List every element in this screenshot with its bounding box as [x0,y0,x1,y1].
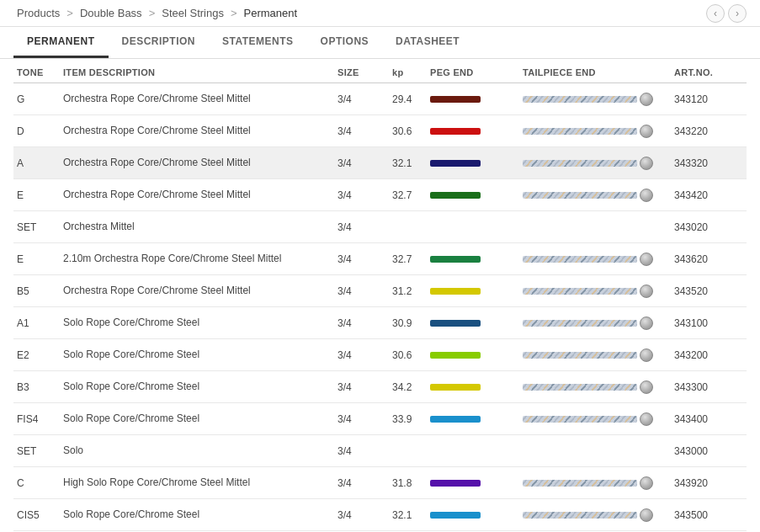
cell-tailpiece-end [519,153,671,173]
cell-size: 3/4 [334,90,389,109]
table-row[interactable]: A1Solo Rope Core/Chrome Steel3/430.9 343… [13,307,747,339]
table-row[interactable]: SETSolo3/4343000 [13,435,747,467]
cell-peg-end [427,476,519,490]
cell-kp: 32.1 [389,154,427,173]
cell-tailpiece-end [519,448,671,455]
table-row[interactable]: EOrchestra Rope Core/Chrome Steel Mittel… [13,179,747,211]
cell-desc: Orchestra Rope Core/Chrome Steel Mittel [60,88,334,109]
tab-description[interactable]: DESCRIPTION [109,27,210,58]
cell-size: 3/4 [334,122,389,141]
peg-color-bar [430,384,481,391]
cell-art-no: 343620 [671,250,747,269]
products-table: TONE ITEM DESCRIPTION SIZE kp PEG END TA… [0,59,760,531]
table-row[interactable]: CHigh Solo Rope Core/Chrome Steel Mittel… [13,467,747,499]
breadcrumb-steel-strings[interactable]: Steel Strings [162,7,224,19]
breadcrumb-sep-3: > [231,7,237,19]
cell-desc: Solo Rope Core/Chrome Steel [60,504,334,525]
next-button[interactable]: › [728,4,747,23]
cell-peg-end [427,285,519,298]
cell-art-no: 343520 [671,282,747,301]
nav-arrows: ‹ › [706,4,747,23]
tab-statements[interactable]: STATEMENTS [209,27,307,58]
cell-size: 3/4 [334,154,389,173]
cell-tone: SET [13,218,60,237]
cell-kp: 32.7 [389,186,427,205]
cell-desc: Orchestra Rope Core/Chrome Steel Mittel [60,152,334,173]
cell-tone: CIS5 [13,506,60,524]
cell-tailpiece-end [519,281,671,301]
cell-desc: Solo Rope Core/Chrome Steel [60,408,334,429]
breadcrumb: Products > Double Bass > Steel Strings >… [0,0,760,27]
header-peg: PEG END [427,66,519,79]
table-row[interactable]: E2Solo Rope Core/Chrome Steel3/430.6 343… [13,339,747,371]
prev-button[interactable]: ‹ [706,4,725,23]
cell-desc: Orchestra Rope Core/Chrome Steel Mittel [60,280,334,301]
cell-tailpiece-end [519,409,671,429]
breadcrumb-double-bass[interactable]: Double Bass [80,7,142,19]
table-row[interactable]: CIS5Solo Rope Core/Chrome Steel3/432.1 3… [13,499,747,531]
cell-desc: 2.10m Orchestra Rope Core/Chrome Steel M… [60,248,334,269]
cell-tone: E2 [13,346,60,364]
cell-kp: 30.6 [389,122,427,141]
cell-tone: E [13,186,60,205]
cell-kp: 29.4 [389,90,427,109]
table-row[interactable]: SETOrchestra Mittel3/4343020 [13,211,747,243]
cell-art-no: 343200 [671,346,747,364]
cell-size: 3/4 [334,314,389,332]
cell-tone: SET [13,442,60,460]
cell-kp: 30.9 [389,314,427,332]
peg-color-bar [430,320,481,327]
table-row[interactable]: B3Solo Rope Core/Chrome Steel3/434.2 343… [13,371,747,403]
peg-color-bar [430,288,481,295]
breadcrumb-permanent: Permanent [244,7,298,19]
cell-art-no: 343320 [671,154,747,173]
cell-peg-end [427,412,519,426]
cell-desc: High Solo Rope Core/Chrome Steel Mittel [60,472,334,493]
cell-tailpiece-end [519,89,671,109]
cell-tailpiece-end [519,377,671,397]
cell-size: 3/4 [334,378,389,396]
cell-tailpiece-end [519,121,671,141]
peg-color-bar [430,480,481,487]
peg-color-bar [430,160,481,167]
cell-peg-end [427,253,519,266]
table-row[interactable]: B5Orchestra Rope Core/Chrome Steel Mitte… [13,275,747,307]
tab-permanent[interactable]: PERMANENT [13,27,109,58]
cell-tone: A [13,154,60,173]
cell-kp: 33.9 [389,410,427,428]
header-size: SIZE [334,66,389,79]
peg-color-bar [430,416,481,423]
tab-datasheet[interactable]: DATASHEET [382,27,473,58]
table-row[interactable]: E2.10m Orchestra Rope Core/Chrome Steel … [13,243,747,275]
cell-peg-end [427,125,519,138]
cell-size: 3/4 [334,346,389,364]
cell-size: 3/4 [334,250,389,269]
table-row[interactable]: FIS4Solo Rope Core/Chrome Steel3/433.9 3… [13,403,747,435]
cell-tailpiece-end [519,313,671,333]
cell-kp: 31.8 [389,474,427,492]
cell-desc: Solo Rope Core/Chrome Steel [60,344,334,365]
table-row[interactable]: AOrchestra Rope Core/Chrome Steel Mittel… [13,147,747,179]
cell-tone: D [13,122,60,141]
cell-peg-end [427,317,519,330]
header-tone: TONE [13,66,60,79]
breadcrumb-products[interactable]: Products [17,7,60,19]
cell-tone: B3 [13,378,60,396]
cell-desc: Solo Rope Core/Chrome Steel [60,376,334,397]
table-row[interactable]: DOrchestra Rope Core/Chrome Steel Mittel… [13,115,747,147]
cell-art-no: 343120 [671,90,747,109]
cell-tone: B5 [13,282,60,301]
cell-tone: FIS4 [13,410,60,428]
cell-size: 3/4 [334,282,389,301]
table-body: GOrchestra Rope Core/Chrome Steel Mittel… [13,83,747,531]
tab-options[interactable]: OPTIONS [307,27,383,58]
cell-art-no: 343100 [671,314,747,332]
peg-color-bar [430,256,481,263]
table-row[interactable]: GOrchestra Rope Core/Chrome Steel Mittel… [13,83,747,115]
cell-kp: 32.1 [389,506,427,524]
cell-peg-end [427,93,519,106]
cell-desc: Solo [60,440,334,461]
table-header: TONE ITEM DESCRIPTION SIZE kp PEG END TA… [13,59,747,83]
cell-size: 3/4 [334,218,389,237]
cell-tailpiece-end [519,249,671,269]
